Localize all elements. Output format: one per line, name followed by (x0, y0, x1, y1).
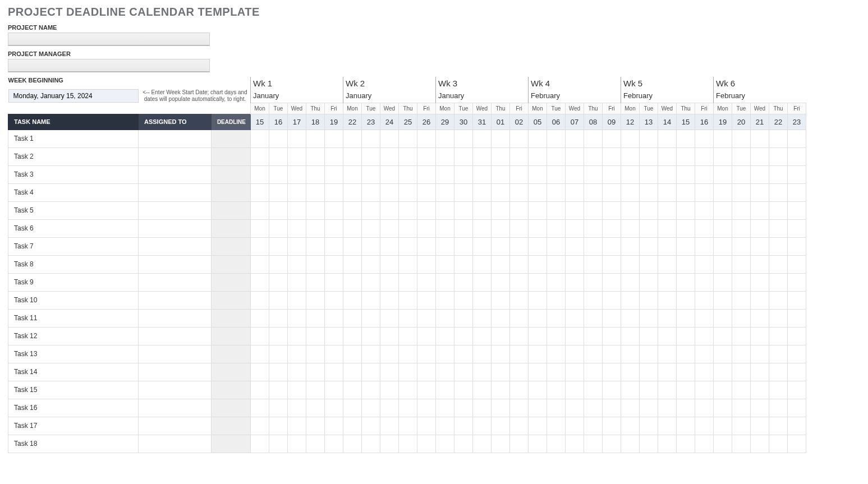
calendar-cell[interactable] (306, 147, 325, 165)
calendar-cell[interactable] (492, 219, 510, 237)
deadline-cell[interactable] (212, 165, 251, 183)
calendar-cell[interactable] (510, 345, 529, 363)
calendar-cell[interactable] (677, 237, 695, 255)
calendar-cell[interactable] (751, 273, 769, 291)
deadline-cell[interactable] (212, 147, 251, 165)
calendar-cell[interactable] (510, 417, 529, 435)
calendar-cell[interactable] (547, 130, 566, 147)
calendar-cell[interactable] (769, 237, 788, 255)
calendar-cell[interactable] (695, 417, 714, 435)
calendar-cell[interactable] (547, 201, 566, 219)
calendar-cell[interactable] (695, 147, 714, 165)
calendar-cell[interactable] (714, 130, 732, 147)
calendar-cell[interactable] (343, 273, 362, 291)
assigned-cell[interactable] (139, 399, 212, 417)
calendar-cell[interactable] (380, 165, 399, 183)
calendar-cell[interactable] (288, 237, 306, 255)
calendar-cell[interactable] (362, 363, 380, 381)
calendar-cell[interactable] (529, 183, 547, 201)
calendar-cell[interactable] (603, 399, 621, 417)
calendar-cell[interactable] (269, 237, 288, 255)
calendar-cell[interactable] (492, 399, 510, 417)
calendar-cell[interactable] (399, 183, 417, 201)
calendar-cell[interactable] (492, 183, 510, 201)
calendar-cell[interactable] (380, 399, 399, 417)
calendar-cell[interactable] (714, 417, 732, 435)
calendar-cell[interactable] (380, 219, 399, 237)
calendar-cell[interactable] (714, 327, 732, 345)
calendar-cell[interactable] (362, 201, 380, 219)
calendar-cell[interactable] (529, 381, 547, 399)
calendar-cell[interactable] (399, 381, 417, 399)
calendar-cell[interactable] (306, 237, 325, 255)
calendar-cell[interactable] (547, 147, 566, 165)
calendar-cell[interactable] (417, 165, 436, 183)
calendar-cell[interactable] (436, 165, 454, 183)
calendar-cell[interactable] (751, 417, 769, 435)
calendar-cell[interactable] (584, 273, 603, 291)
calendar-cell[interactable] (584, 345, 603, 363)
calendar-cell[interactable] (547, 399, 566, 417)
calendar-cell[interactable] (732, 345, 751, 363)
calendar-cell[interactable] (658, 417, 677, 435)
calendar-cell[interactable] (510, 291, 529, 309)
calendar-cell[interactable] (288, 291, 306, 309)
calendar-cell[interactable] (454, 327, 473, 345)
calendar-cell[interactable] (677, 417, 695, 435)
calendar-cell[interactable] (343, 345, 362, 363)
calendar-cell[interactable] (269, 273, 288, 291)
calendar-cell[interactable] (399, 417, 417, 435)
assigned-cell[interactable] (139, 165, 212, 183)
calendar-cell[interactable] (399, 147, 417, 165)
calendar-cell[interactable] (529, 435, 547, 453)
calendar-cell[interactable] (732, 435, 751, 453)
calendar-cell[interactable] (251, 399, 269, 417)
calendar-cell[interactable] (547, 381, 566, 399)
calendar-cell[interactable] (454, 130, 473, 147)
calendar-cell[interactable] (658, 219, 677, 237)
calendar-cell[interactable] (677, 399, 695, 417)
calendar-cell[interactable] (325, 273, 343, 291)
calendar-cell[interactable] (603, 435, 621, 453)
deadline-cell[interactable] (212, 219, 251, 237)
calendar-cell[interactable] (288, 147, 306, 165)
calendar-cell[interactable] (584, 399, 603, 417)
calendar-cell[interactable] (732, 273, 751, 291)
calendar-cell[interactable] (436, 399, 454, 417)
calendar-cell[interactable] (288, 399, 306, 417)
calendar-cell[interactable] (677, 183, 695, 201)
calendar-cell[interactable] (584, 417, 603, 435)
calendar-cell[interactable] (492, 363, 510, 381)
calendar-cell[interactable] (510, 219, 529, 237)
calendar-cell[interactable] (714, 273, 732, 291)
calendar-cell[interactable] (529, 201, 547, 219)
calendar-cell[interactable] (529, 237, 547, 255)
calendar-cell[interactable] (454, 219, 473, 237)
calendar-cell[interactable] (751, 147, 769, 165)
calendar-cell[interactable] (640, 417, 658, 435)
calendar-cell[interactable] (732, 381, 751, 399)
calendar-cell[interactable] (343, 237, 362, 255)
calendar-cell[interactable] (640, 435, 658, 453)
week-start-input[interactable] (8, 89, 139, 103)
calendar-cell[interactable] (751, 183, 769, 201)
calendar-cell[interactable] (325, 363, 343, 381)
assigned-cell[interactable] (139, 345, 212, 363)
calendar-cell[interactable] (343, 291, 362, 309)
task-name-cell[interactable]: Task 12 (8, 327, 139, 345)
calendar-cell[interactable] (529, 273, 547, 291)
calendar-cell[interactable] (547, 327, 566, 345)
calendar-cell[interactable] (436, 130, 454, 147)
calendar-cell[interactable] (547, 435, 566, 453)
calendar-cell[interactable] (473, 255, 492, 273)
calendar-cell[interactable] (306, 165, 325, 183)
calendar-cell[interactable] (529, 165, 547, 183)
calendar-cell[interactable] (510, 363, 529, 381)
calendar-cell[interactable] (436, 363, 454, 381)
calendar-cell[interactable] (714, 237, 732, 255)
calendar-cell[interactable] (251, 417, 269, 435)
calendar-cell[interactable] (640, 309, 658, 327)
calendar-cell[interactable] (288, 363, 306, 381)
deadline-cell[interactable] (212, 345, 251, 363)
calendar-cell[interactable] (769, 309, 788, 327)
